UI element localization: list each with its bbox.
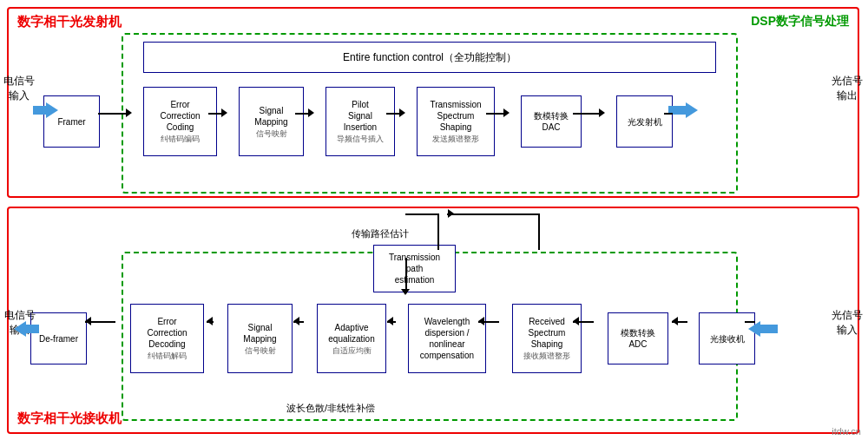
ecc-block: ErrorCorrectionCoding 纠错码编码	[143, 87, 217, 156]
tss-block: TransmissionSpectrumShaping 发送频谱整形	[417, 87, 495, 156]
rss-block: ReceivedSpectrumShaping 接收频谱整形	[512, 304, 582, 373]
arr-head-3	[308, 108, 314, 117]
transmitter-section: 数字相干光发射机 DSP数字信号处理 Entire function contr…	[7, 7, 859, 198]
aeq-block: Adaptiveequalization 自适应均衡	[317, 304, 386, 373]
arr-tx-out	[664, 113, 673, 115]
arr-rx-in	[745, 321, 755, 323]
elec-input-arrow	[33, 102, 58, 118]
rx-block: 光接收机	[699, 312, 755, 364]
arr-head-1	[126, 108, 132, 117]
arr-dac-tx	[573, 113, 602, 115]
arr-head-r7	[672, 317, 678, 325]
transmitter-label: 数字相干光发射机	[17, 14, 122, 30]
tpe-block: Transmissionpathestimation	[373, 245, 456, 292]
arr-head-6	[599, 108, 605, 117]
path-est-label: 传输路径估计	[352, 227, 409, 240]
tx-block: 光发射机	[616, 95, 673, 148]
arr-head-tpe-down	[401, 289, 410, 295]
elec-output-arrow	[14, 321, 39, 337]
arr-head-r5	[478, 317, 484, 325]
elec-input-label: 电信号输入	[2, 74, 36, 103]
arr-head-2	[221, 108, 227, 117]
arr-head-r4	[387, 317, 393, 325]
arr-head-r2	[207, 317, 213, 325]
sm1-block: SignalMapping 信号映射	[239, 87, 304, 156]
nonlinear-label: 波长色散/非线性补偿	[286, 402, 375, 415]
psi-block: PilotSignalInsertion 导频信号插入	[326, 87, 395, 156]
arr-head-5	[503, 108, 510, 117]
arr-head-r3	[293, 317, 299, 325]
receiver-label: 数字相干光接收机	[17, 410, 122, 427]
arr-framer-ecc	[98, 113, 128, 115]
watermark: itdw.cn	[832, 426, 861, 437]
main-container: { "transmitter": { "label": "数字相干光发射机", …	[0, 0, 868, 440]
light-input-arrow	[748, 321, 778, 337]
light-output-arrow	[668, 102, 698, 118]
arr-head-4	[399, 108, 405, 117]
v-line-wdnc-up	[437, 213, 439, 250]
wdnc-block: Wavelengthdispersion /nonlinearcompensat…	[408, 304, 486, 373]
v-line-rss-up	[538, 213, 540, 250]
sm2-block: SignalMapping 信号映射	[227, 304, 293, 373]
adc-block: 模数转换ADC	[608, 312, 668, 364]
h-line-rss-tpe	[447, 213, 539, 215]
deframer-block: De-framer	[30, 312, 87, 364]
light-output-label: 光信号输出	[827, 74, 866, 103]
ecd-block: ErrorCorrectionDecoding 纠错码解码	[130, 304, 204, 373]
arr-head-r6	[573, 317, 579, 325]
func-control-box: Entire function control（全功能控制）	[143, 42, 716, 73]
dac-block: 数模转换DAC	[521, 95, 582, 148]
h-line-wdnc-tpe	[405, 213, 438, 215]
dsp-label-top: DSP数字信号处理	[751, 14, 849, 30]
arr-head-r1	[85, 317, 91, 325]
receiver-section: 数字相干光接收机 传输路径估计 波长色散/非线性补偿 De-framer Err…	[7, 207, 859, 434]
v-line-tpe-down	[405, 258, 407, 293]
light-input-label: 光信号输入	[827, 308, 866, 338]
